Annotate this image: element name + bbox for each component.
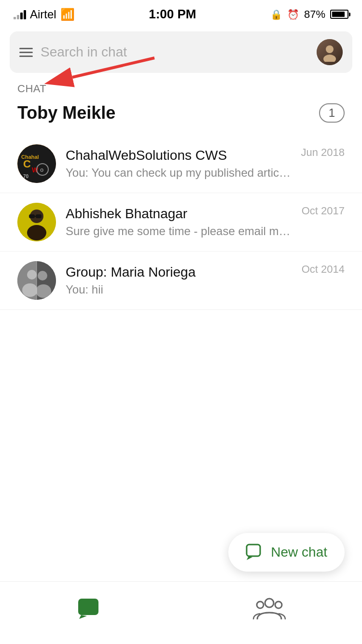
menu-line-2 (19, 52, 33, 53)
cws-avatar-bg: Chahal C W o 70 (17, 144, 56, 183)
new-chat-label: New chat (271, 545, 327, 560)
svg-rect-27 (247, 545, 260, 556)
carrier-label: Airtel (30, 8, 56, 21)
maria-avatar-svg (17, 261, 56, 300)
chat-time-abhishek: Oct 2017 (302, 205, 345, 217)
chat-avatar-cws: Chahal C W o 70 (17, 144, 56, 183)
svg-point-21 (27, 270, 37, 280)
wifi-icon: 📶 (60, 8, 75, 21)
chat-item-abhishek[interactable]: Abhishek Bhatnagar Sure give me some tim… (0, 193, 362, 252)
nav-chats-icon (76, 598, 100, 619)
avatar-image (317, 39, 343, 65)
status-bar: Airtel 📶 1:00 PM 🔒 ⏰ 87% (0, 0, 362, 27)
battery-percent: 87% (304, 8, 325, 21)
chat-item-cws[interactable]: Chahal C W o 70 ChahalWebSolutions CWS Y… (0, 135, 362, 193)
fab-container: New chat (228, 533, 345, 572)
signal-bars-icon (14, 10, 26, 19)
user-name: Toby Meikle (17, 103, 115, 123)
nav-item-chats[interactable] (76, 598, 100, 619)
chat-list: Chahal C W o 70 ChahalWebSolutions CWS Y… (0, 135, 362, 310)
avatar-svg (320, 42, 339, 62)
chat-preview-maria: You: hii (66, 283, 292, 296)
user-header: Toby Meikle 1 (0, 103, 362, 135)
cws-avatar-svg: Chahal C W o 70 (17, 144, 56, 183)
svg-rect-14 (36, 214, 42, 218)
chat-preview-cws: You: You can check up my published artic… (66, 166, 291, 180)
svg-text:70: 70 (23, 174, 29, 179)
user-avatar[interactable] (317, 39, 343, 65)
search-input-placeholder[interactable]: Search in chat (41, 44, 309, 60)
hamburger-menu-icon[interactable] (19, 48, 33, 57)
maria-avatar-bg (17, 261, 56, 300)
svg-point-31 (265, 599, 274, 607)
nav-groups-icon (252, 596, 286, 620)
chat-time-cws: Jun 2018 (301, 146, 345, 159)
chat-avatar-maria (17, 261, 56, 300)
svg-point-0 (326, 45, 334, 53)
status-left: Airtel 📶 (14, 8, 75, 21)
new-chat-bubble-icon (246, 544, 263, 561)
menu-line-3 (19, 56, 33, 57)
abhishek-avatar-svg (17, 203, 56, 241)
chat-time-maria: Oct 2014 (302, 263, 345, 276)
chat-info-abhishek: Abhishek Bhatnagar Sure give me some tim… (66, 206, 292, 238)
battery-icon (330, 10, 348, 19)
svg-point-25 (36, 284, 51, 298)
svg-point-32 (257, 602, 264, 608)
chat-preview-abhishek: Sure give me some time - please email me… (66, 224, 292, 238)
svg-point-24 (38, 271, 47, 280)
svg-point-1 (323, 55, 336, 62)
abhishek-avatar-bg (17, 203, 56, 241)
chat-item-maria[interactable]: Group: Maria Noriega You: hii Oct 2014 (0, 252, 362, 310)
chat-name-maria: Group: Maria Noriega (66, 265, 292, 280)
lock-icon: 🔒 (270, 9, 282, 20)
search-bar: Search in chat (10, 31, 352, 73)
svg-rect-29 (78, 599, 98, 615)
svg-point-33 (275, 602, 282, 608)
new-chat-button[interactable]: New chat (228, 533, 345, 572)
svg-text:C: C (23, 158, 31, 170)
unread-badge: 1 (319, 103, 345, 123)
svg-marker-30 (79, 615, 87, 619)
status-right: 🔒 ⏰ 87% (270, 8, 348, 21)
nav-item-groups[interactable] (252, 596, 286, 620)
svg-point-22 (22, 283, 38, 297)
chat-section-label: CHAT (0, 79, 362, 103)
alarm-icon: ⏰ (287, 9, 299, 20)
chat-info-cws: ChahalWebSolutions CWS You: You can chec… (66, 148, 291, 180)
chat-name-abhishek: Abhishek Bhatnagar (66, 206, 292, 222)
battery-fill (332, 12, 345, 17)
svg-text:o: o (40, 167, 43, 173)
time-display: 1:00 PM (149, 7, 196, 22)
menu-line-1 (19, 48, 33, 49)
svg-point-16 (27, 225, 46, 240)
chat-name-cws: ChahalWebSolutions CWS (66, 148, 291, 163)
bottom-navigation (0, 581, 362, 644)
svg-rect-13 (29, 214, 35, 218)
chat-info-maria: Group: Maria Noriega You: hii (66, 265, 292, 296)
chat-avatar-abhishek (17, 203, 56, 241)
